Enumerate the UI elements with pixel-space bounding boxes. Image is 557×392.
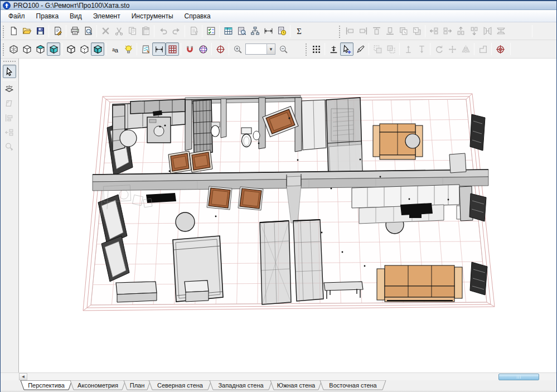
tab-plan[interactable]: План — [124, 380, 151, 390]
nudge-down-icon — [469, 26, 479, 36]
toolbar-separator — [185, 25, 185, 37]
print-preview-button[interactable] — [81, 25, 95, 38]
lighting-button[interactable] — [122, 42, 135, 56]
menu-help[interactable]: Справка — [179, 11, 216, 21]
toolbar-separator — [425, 25, 425, 37]
align-right-button — [356, 25, 370, 38]
menu-file[interactable]: Файл — [3, 11, 31, 21]
toolbar-drag-handle[interactable] — [338, 25, 341, 38]
view-hidden-lines-button[interactable] — [20, 42, 33, 56]
solid-view-button[interactable] — [91, 42, 104, 56]
tab-west-wall[interactable]: Западная стена — [210, 380, 272, 390]
export-button[interactable] — [51, 25, 64, 38]
chevron-down-icon[interactable]: ▼ — [267, 44, 275, 54]
scroll-left-button[interactable]: ◄ — [19, 373, 27, 380]
drop-to-floor-button[interactable] — [327, 42, 340, 56]
hidden-contours-button[interactable] — [78, 42, 91, 56]
options-button[interactable] — [204, 25, 217, 38]
print-button[interactable] — [68, 25, 81, 38]
rotate-object-button — [432, 42, 445, 56]
align-left-edge-icon — [345, 26, 355, 36]
menu-view[interactable]: Вид — [64, 11, 88, 21]
view-colors-button[interactable] — [33, 42, 47, 56]
zoom-level-combo[interactable]: ▼ — [245, 43, 275, 55]
tab-perspective[interactable]: Перспектива — [21, 380, 72, 390]
round-table-left[interactable] — [176, 212, 195, 231]
snap-button[interactable] — [183, 42, 196, 56]
title-bar[interactable]: PRO100 - G:\Ремонт\Про100\Хата.sto — [1, 0, 556, 10]
box-small[interactable] — [185, 280, 209, 302]
contours-button[interactable] — [64, 42, 78, 56]
structure-button[interactable] — [248, 25, 261, 38]
show-dimensions-button[interactable] — [152, 42, 166, 56]
labels-button[interactable]: aa — [108, 42, 122, 56]
element-tool — [3, 96, 16, 110]
save-button[interactable] — [33, 25, 47, 38]
calculation-button[interactable]: Σ — [292, 25, 306, 38]
orbit-view-button[interactable] — [196, 42, 210, 56]
dimensions-button[interactable] — [261, 25, 275, 38]
shelf-unit[interactable] — [193, 100, 212, 154]
design-canvas[interactable] — [19, 59, 556, 372]
structure-tree-icon — [250, 26, 260, 36]
target-center-button[interactable] — [493, 42, 507, 56]
grid-red-icon — [168, 45, 177, 54]
zoom-out-button[interactable] — [277, 42, 290, 56]
view-shaded-button[interactable] — [47, 42, 60, 56]
toolbar-separator — [62, 43, 62, 55]
delete-cross-icon — [101, 26, 110, 36]
ungroup-objects-icon — [386, 45, 396, 54]
tab-north-wall[interactable]: Северная стена — [149, 380, 211, 390]
move-object-icon — [448, 45, 457, 54]
show-grid-button[interactable] — [166, 42, 179, 56]
tab-south-wall[interactable]: Южная стена — [270, 380, 322, 390]
zoom-in-button[interactable] — [231, 42, 244, 56]
mirror-object-icon — [461, 45, 471, 54]
bottom-sofa[interactable] — [377, 265, 462, 302]
toolbar-drag-handle[interactable] — [2, 42, 5, 56]
orbit-sphere-icon — [198, 45, 208, 54]
raise-object-button — [401, 42, 415, 56]
tab-axonometry[interactable]: Аксонометрия — [70, 380, 125, 390]
menu-edit[interactable]: Правка — [31, 11, 65, 21]
edit-tool[interactable] — [353, 42, 367, 56]
menu-tools[interactable]: Инструменты — [126, 11, 179, 21]
textures-button[interactable] — [139, 42, 152, 56]
toolbar-separator — [229, 43, 229, 55]
select-move-tool[interactable] — [340, 42, 353, 56]
price-list-button[interactable] — [275, 25, 288, 38]
nudge-right-icon — [443, 26, 452, 36]
toolbar-separator — [106, 43, 106, 55]
report-button[interactable] — [221, 25, 235, 38]
multi-select-button[interactable] — [309, 42, 323, 56]
top-sofa[interactable] — [373, 124, 423, 159]
measure-width-icon — [264, 26, 273, 36]
horizontal-scrollbar[interactable]: ◄ — [1, 372, 556, 380]
render-tool[interactable] — [3, 82, 16, 95]
svg-text:Южная стена: Южная стена — [277, 382, 316, 389]
toolbar-separator — [369, 43, 369, 55]
pro100-logo-icon — [3, 2, 11, 9]
menu-element[interactable]: Элемент — [88, 11, 126, 21]
new-button[interactable] — [7, 25, 20, 38]
tab-east-wall[interactable]: Восточная стена — [320, 380, 386, 390]
light-bulb-icon — [124, 45, 133, 54]
report-preview-button[interactable] — [235, 25, 248, 38]
interior-doors-north[interactable] — [168, 150, 212, 173]
zoom-in-lens-icon — [233, 45, 243, 54]
selection-tool[interactable] — [3, 65, 16, 78]
edit-pen-icon — [356, 45, 365, 54]
bench-left[interactable] — [116, 282, 157, 302]
toolbar-drag-handle[interactable] — [2, 25, 5, 38]
view-wireframe-button[interactable] — [7, 42, 20, 56]
toolbar-drag-handle[interactable] — [305, 42, 308, 56]
open-button[interactable] — [20, 25, 33, 38]
tv-panel[interactable] — [146, 193, 176, 203]
center-view-button[interactable] — [214, 42, 227, 56]
windows-right-wall[interactable] — [469, 114, 487, 295]
cube-colored-face-icon — [36, 45, 45, 54]
toolbar-separator — [430, 43, 430, 55]
toolbar-drag-handle[interactable] — [3, 60, 16, 63]
align-tool — [3, 111, 16, 124]
scrollbar-thumb[interactable] — [498, 374, 539, 380]
